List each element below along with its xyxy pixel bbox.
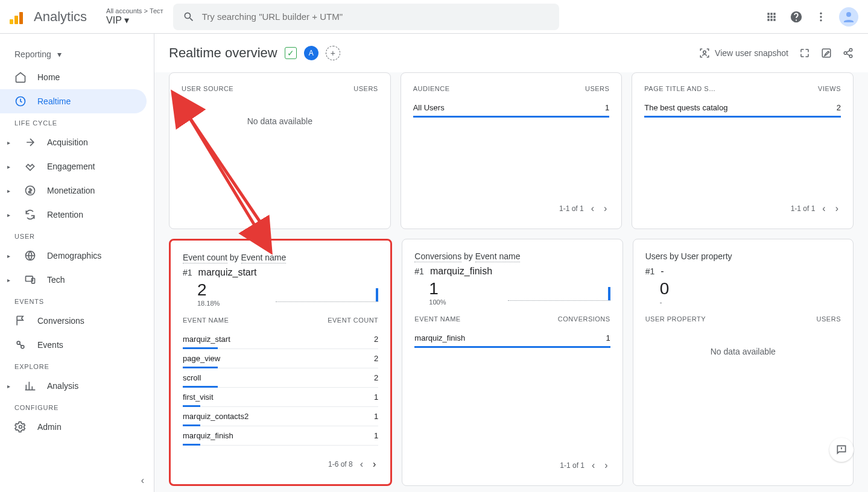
acquisition-icon [24, 136, 36, 148]
no-data-text: No data available [182, 98, 378, 144]
account-picker[interactable]: All accounts > Тест VIP▾ [106, 7, 163, 26]
help-icon[interactable] [790, 10, 803, 24]
main-header: Realtime overview ✓ A + View user snapsh… [154, 34, 868, 72]
svg-point-14 [849, 49, 852, 52]
table-row[interactable]: marquiz_start2 [183, 330, 378, 349]
sidebar-item-label: Demographics [47, 251, 101, 260]
card-page-title: PAGE TITLE AND S…VIEWS The best quests c… [632, 72, 854, 229]
retention-icon [24, 209, 36, 221]
dimension-picker[interactable]: Event name [475, 251, 521, 262]
home-icon [14, 71, 27, 83]
table-row[interactable]: marquiz_contacts21 [183, 407, 378, 426]
pager-prev[interactable]: ‹ [589, 201, 597, 216]
sidebar-section-explore: EXPLORE [0, 357, 154, 374]
dimension-picker[interactable]: Event name [241, 253, 287, 263]
card-user-property: Users by User property #1- 0 - USER PROP… [633, 239, 854, 486]
sidebar-item-monetization[interactable]: ▸Monetization [0, 178, 147, 203]
apps-icon[interactable] [765, 11, 778, 23]
table-row[interactable]: page_view2 [183, 349, 378, 368]
snapshot-icon [699, 48, 710, 58]
svg-point-0 [820, 12, 822, 14]
devices-icon [24, 274, 36, 286]
chevron-right-icon: ▸ [7, 188, 13, 194]
svg-point-15 [844, 52, 847, 55]
sidebar-item-label: Conversions [37, 316, 84, 326]
pager-next[interactable]: › [601, 201, 609, 216]
sidebar-item-label: Events [37, 340, 63, 350]
sidebar-item-label: Home [37, 72, 60, 82]
globe-icon [24, 250, 36, 262]
sidebar-section-user: USER [0, 227, 154, 244]
no-data-text: No data available [645, 329, 841, 374]
chevron-right-icon: ▸ [7, 163, 13, 170]
sidebar-item-retention[interactable]: ▸Retention [0, 203, 147, 227]
sidebar-reporting-dropdown[interactable]: Reporting▾ [0, 43, 147, 65]
table-row[interactable]: marquiz_finish1 [183, 426, 378, 446]
table-row[interactable]: The best quests catalog2 [644, 98, 841, 118]
chevron-right-icon: ▸ [7, 253, 13, 259]
sidebar-item-realtime[interactable]: Realtime [0, 89, 147, 113]
sidebar-item-home[interactable]: Home [0, 65, 147, 89]
card-conversions: Conversions by Event name #1marquiz_fini… [402, 239, 622, 486]
account-breadcrumb: All accounts > Тест [106, 7, 163, 14]
sidebar-item-acquisition[interactable]: ▸Acquisition [0, 130, 147, 154]
pager-next[interactable]: › [833, 201, 841, 216]
sidebar-section-events: EVENTS [0, 292, 154, 309]
sidebar-section-configure: CONFIGURE [0, 398, 154, 415]
svg-point-16 [849, 55, 852, 58]
card-audience: AUDIENCEUSERS All Users1 1-1 of 1‹› [401, 72, 622, 229]
chevron-right-icon: ▸ [7, 277, 13, 283]
chart-icon [24, 380, 36, 392]
sidebar-item-events[interactable]: Events [0, 333, 147, 357]
sidebar-item-analysis[interactable]: ▸Analysis [0, 374, 147, 398]
sidebar-item-label: Monetization [47, 186, 95, 195]
table-row[interactable]: marquiz_finish1 [414, 329, 610, 348]
table-row[interactable]: scroll2 [183, 368, 378, 388]
edit-icon[interactable] [821, 48, 832, 58]
search-bar[interactable] [173, 4, 559, 30]
sidebar-item-tech[interactable]: ▸Tech [0, 268, 147, 292]
table-row[interactable]: first_visit1 [183, 388, 378, 407]
pager-prev[interactable]: ‹ [358, 456, 366, 472]
add-comparison-button[interactable]: + [326, 46, 340, 60]
search-input[interactable] [202, 11, 550, 22]
share-icon[interactable] [843, 48, 854, 58]
table-row[interactable]: All Users1 [413, 98, 610, 118]
metric-picker[interactable]: Conversions [414, 251, 461, 262]
metric-picker[interactable]: Event count [183, 253, 227, 263]
fullscreen-icon[interactable] [799, 48, 810, 58]
svg-point-3 [846, 12, 851, 17]
sidebar-item-admin[interactable]: Admin [0, 415, 147, 439]
user-avatar[interactable] [839, 7, 858, 27]
card-user-source: USER SOURCEUSERS No data available [169, 72, 391, 229]
pager-prev[interactable]: ‹ [589, 458, 597, 473]
property-name: VIP [106, 15, 122, 26]
feedback-button[interactable] [829, 438, 854, 462]
engagement-icon [24, 160, 36, 172]
sidebar-item-label: Acquisition [47, 137, 88, 147]
view-user-snapshot-button[interactable]: View user snapshot [699, 48, 788, 58]
dollar-icon [24, 184, 36, 197]
sidebar-item-label: Analysis [47, 381, 78, 391]
chevron-right-icon: ▸ [7, 383, 13, 390]
clock-icon [14, 95, 27, 107]
analytics-logo-icon [10, 10, 24, 24]
sidebar-item-demographics[interactable]: ▸Demographics [0, 244, 147, 268]
collapse-sidebar-button[interactable]: ‹ [141, 475, 144, 486]
flag-icon [14, 315, 27, 327]
sidebar-item-conversions[interactable]: Conversions [0, 309, 147, 333]
comparison-pill[interactable]: A [304, 46, 318, 60]
more-vert-icon[interactable] [815, 11, 827, 23]
sidebar-section-lifecycle: LIFE CYCLE [0, 113, 154, 130]
pager-next[interactable]: › [602, 458, 610, 473]
sparkline-chart [508, 283, 610, 301]
topbar: Analytics All accounts > Тест VIP▾ [0, 0, 868, 34]
events-icon [14, 339, 27, 351]
dropdown-caret-icon: ▾ [57, 49, 62, 59]
card-event-count: Event count by Event name #1marquiz_star… [169, 239, 392, 486]
sidebar: Reporting▾ Home Realtime LIFE CYCLE ▸Acq… [0, 34, 154, 492]
pager-prev[interactable]: ‹ [820, 201, 828, 216]
svg-point-1 [820, 16, 822, 17]
pager-next[interactable]: › [370, 456, 378, 472]
sidebar-item-engagement[interactable]: ▸Engagement [0, 154, 147, 178]
